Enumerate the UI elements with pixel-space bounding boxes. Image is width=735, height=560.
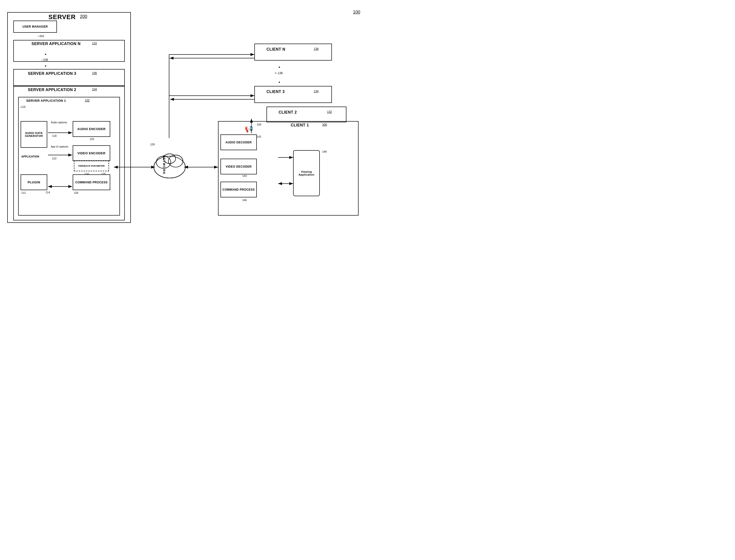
ref-112: 112 bbox=[21, 191, 26, 194]
audio-encoder-box: AUDIO ENCODER bbox=[73, 121, 110, 137]
plugin-box: PLUGIN bbox=[21, 174, 47, 190]
diagram: 100 SERVER 200 USER MANAGER ⌣502 SERVER … bbox=[0, 0, 367, 280]
user-manager-box: USER MANAGER bbox=[13, 21, 57, 33]
ref-146: 146 bbox=[242, 199, 247, 202]
ref-144: 144 bbox=[242, 174, 247, 177]
client-3-container bbox=[254, 86, 332, 103]
ref-100: 100 bbox=[353, 10, 360, 15]
client-3-ref: 134 bbox=[314, 90, 319, 93]
server-app-n-ref: 110 bbox=[92, 42, 97, 45]
ref-136: •⌣136 bbox=[275, 71, 283, 75]
dot-cn2: • bbox=[279, 80, 280, 85]
app-ui-captures-label: App UI captures bbox=[51, 145, 68, 148]
ref-118: 118 bbox=[52, 134, 56, 137]
server-app-1-label: SERVER APPLICATION 1 bbox=[26, 99, 66, 102]
client-command-process-box: COMMAND PROCESS bbox=[220, 182, 257, 197]
client-2-label: CLIENT 2 bbox=[279, 110, 297, 115]
ref-148: 148 bbox=[322, 150, 327, 153]
network-cloud: NETWORK bbox=[150, 143, 189, 183]
ref-122: 122 bbox=[52, 157, 56, 160]
server-title: SERVER bbox=[48, 13, 76, 21]
server-ref: 200 bbox=[80, 14, 87, 19]
network-label: NETWORK bbox=[162, 155, 166, 175]
user-manager-ref: ⌣502 bbox=[38, 34, 44, 38]
dot1: • bbox=[45, 52, 46, 57]
client-3-label: CLIENT 3 bbox=[266, 90, 285, 94]
ref-126: 126 bbox=[74, 191, 78, 194]
server-app-2-ref: 104 bbox=[92, 88, 97, 91]
audio-data-gen-box: AUDIO DATA GENERATOR bbox=[21, 121, 47, 148]
ref-108: ⌣108 bbox=[41, 58, 48, 62]
audio-decoder-box: AUDIO DECODER bbox=[220, 134, 257, 150]
client-n-ref: 138 bbox=[314, 47, 319, 51]
ref-142: 142 bbox=[257, 135, 261, 138]
server-app-3-ref: 106 bbox=[92, 71, 97, 75]
client-1-label: CLIENT 1 bbox=[291, 123, 309, 127]
speaker-icon: 📢 bbox=[245, 125, 253, 133]
ref-150: 150 bbox=[257, 123, 261, 126]
server-app-n-label: SERVER APPLICATION N bbox=[31, 42, 81, 46]
server-command-process-box: COMMAND PROCESS bbox=[73, 174, 110, 190]
ref-128: 128 bbox=[150, 143, 155, 146]
client-n-container bbox=[254, 44, 332, 61]
feedback-param-box: FEEDBACK PARAMETER bbox=[74, 160, 109, 171]
ref-114: 114 bbox=[46, 191, 50, 194]
dot-cn1: • bbox=[279, 65, 280, 70]
ref-120: 120 bbox=[90, 138, 94, 140]
client-1-ref: 300 bbox=[322, 123, 327, 126]
video-encoder-box: VIDEO ENCODER bbox=[73, 145, 110, 161]
server-app-3-label: SERVER APPLICATION 3 bbox=[28, 71, 76, 76]
application-label: APPLICATION bbox=[21, 155, 39, 158]
client-2-ref: 132 bbox=[327, 110, 332, 114]
ref-116: ⌣116 bbox=[19, 105, 25, 109]
video-decoder-box: VIDEO DECODER bbox=[220, 159, 257, 174]
client-n-label: CLIENT N bbox=[266, 47, 285, 52]
viewing-app-box: Viewing Application bbox=[293, 150, 320, 196]
audio-captures-label: Audio captures bbox=[51, 121, 67, 124]
server-app-1-ref: 102 bbox=[85, 99, 90, 102]
dot2: • bbox=[45, 64, 46, 69]
server-app-2-label: SERVER APPLICATION 2 bbox=[28, 88, 76, 92]
